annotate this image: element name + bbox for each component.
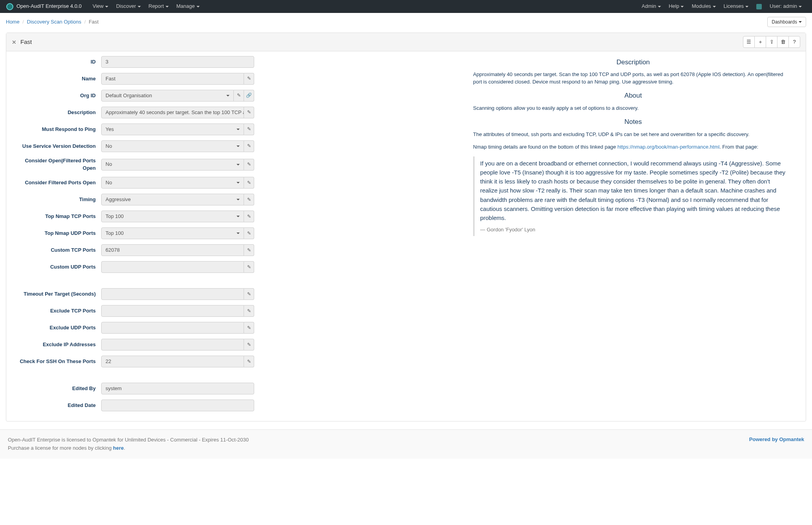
top-navbar: Open-AudIT Enterprise 4.0.0 View Discove… bbox=[0, 0, 812, 13]
nav-licenses[interactable]: Licenses bbox=[720, 0, 752, 13]
user-icon bbox=[756, 4, 762, 9]
main-panel: ⤬ Fast ☰ ＋ ⇪ 🗑 ? ID 3 Name Fast bbox=[6, 33, 806, 421]
description-heading: Description bbox=[473, 58, 793, 67]
field-extcp[interactable] bbox=[101, 305, 244, 317]
nmap-link[interactable]: https://nmap.org/book/man-performance.ht… bbox=[617, 144, 719, 150]
nav-modules[interactable]: Modules bbox=[688, 0, 719, 13]
edit-topudp-button[interactable]: ✎ bbox=[244, 227, 254, 239]
field-openfil[interactable]: No bbox=[101, 159, 244, 171]
edit-ctcp-button[interactable]: ✎ bbox=[244, 244, 254, 256]
edit-timeout-button[interactable]: ✎ bbox=[244, 288, 254, 300]
page-footer: Open-AudIT Enterprise is licensed to Opm… bbox=[0, 429, 812, 459]
label-filtered: Consider Filtered Ports Open bbox=[11, 179, 101, 187]
field-name[interactable]: Fast bbox=[101, 73, 244, 85]
dashboards-button[interactable]: Dashboards bbox=[767, 17, 806, 27]
label-edited-date: Edited Date bbox=[11, 402, 101, 409]
quote-block: If you are on a decent broadband or ethe… bbox=[473, 156, 793, 236]
nav-admin[interactable]: Admin bbox=[638, 0, 665, 13]
quote-text: If you are on a decent broadband or ethe… bbox=[480, 159, 788, 223]
add-button[interactable]: ＋ bbox=[754, 36, 766, 48]
link-org-button[interactable]: 🔗 bbox=[244, 90, 254, 102]
list-button[interactable]: ☰ bbox=[743, 36, 755, 48]
edit-description-button[interactable]: ✎ bbox=[244, 107, 254, 118]
label-timeout: Timeout Per Target (Seconds) bbox=[11, 291, 101, 298]
label-toptcp: Top Nmap TCP Ports bbox=[11, 213, 101, 220]
nav-user-icon[interactable] bbox=[752, 0, 766, 13]
field-exudp[interactable] bbox=[101, 322, 244, 334]
edit-toptcp-button[interactable]: ✎ bbox=[244, 211, 254, 222]
nav-help[interactable]: Help bbox=[665, 0, 688, 13]
label-edited-by: Edited By bbox=[11, 385, 101, 392]
export-button[interactable]: ⇪ bbox=[766, 36, 777, 48]
edit-openfil-button[interactable]: ✎ bbox=[244, 159, 254, 171]
edit-ssh-button[interactable]: ✎ bbox=[244, 356, 254, 367]
edit-name-button[interactable]: ✎ bbox=[244, 73, 254, 85]
nav-left: View Discover Report Manage bbox=[89, 0, 204, 13]
label-ping: Must Respond to Ping bbox=[11, 126, 101, 133]
brand-text: Open-AudIT Enterprise 4.0.0 bbox=[16, 3, 82, 10]
field-toptcp[interactable]: Top 100 bbox=[101, 211, 244, 222]
nav-report[interactable]: Report bbox=[145, 0, 173, 13]
notes-text-1: The attributes of timeout, ssh ports and… bbox=[473, 131, 793, 138]
label-svc: Use Service Version Detection bbox=[11, 143, 101, 150]
breadcrumb-section[interactable]: Discovery Scan Options bbox=[27, 19, 82, 25]
delete-button[interactable]: 🗑 bbox=[777, 36, 789, 48]
caret-icon bbox=[799, 21, 802, 23]
breadcrumb-home[interactable]: Home bbox=[6, 19, 20, 25]
label-exip: Exclude IP Addresses bbox=[11, 341, 101, 349]
edit-cudp-button[interactable]: ✎ bbox=[244, 261, 254, 273]
label-cudp: Custom UDP Ports bbox=[11, 263, 101, 271]
label-extcp: Exclude TCP Ports bbox=[11, 307, 101, 315]
field-ssh[interactable]: 22 bbox=[101, 356, 244, 367]
edit-exudp-button[interactable]: ✎ bbox=[244, 322, 254, 334]
logo-icon bbox=[6, 3, 13, 10]
nav-user[interactable]: User: admin bbox=[766, 0, 806, 13]
footer-purchase-link[interactable]: here bbox=[113, 445, 124, 451]
notes-text-2: Nmap timing details are found on the bot… bbox=[473, 144, 793, 151]
panel-actions: ☰ ＋ ⇪ 🗑 ? bbox=[743, 36, 800, 48]
field-timing[interactable]: Aggressive bbox=[101, 194, 244, 205]
edit-extcp-button[interactable]: ✎ bbox=[244, 305, 254, 317]
nav-right: Admin Help Modules Licenses User: admin bbox=[638, 0, 806, 13]
nav-view[interactable]: View bbox=[89, 0, 112, 13]
nav-manage[interactable]: Manage bbox=[173, 0, 204, 13]
edit-ping-button[interactable]: ✎ bbox=[244, 124, 254, 135]
field-ctcp[interactable]: 62078 bbox=[101, 244, 244, 256]
field-svc[interactable]: No bbox=[101, 140, 244, 152]
panel-header: ⤬ Fast ☰ ＋ ⇪ 🗑 ? bbox=[6, 33, 806, 51]
label-org: Org ID bbox=[11, 92, 101, 100]
edit-svc-button[interactable]: ✎ bbox=[244, 140, 254, 152]
field-exip[interactable] bbox=[101, 339, 244, 351]
label-topudp: Top Nmap UDP Ports bbox=[11, 230, 101, 237]
powered-by-link[interactable]: Powered by Opmantek bbox=[749, 436, 804, 442]
form-column: ID 3 Name Fast ✎ Org ID Default Organisa… bbox=[11, 56, 469, 416]
panel-title: Fast bbox=[20, 38, 32, 46]
quote-author: Gordon 'Fyodor' Lyon bbox=[480, 226, 788, 234]
edit-org-button[interactable]: ✎ bbox=[234, 90, 244, 102]
edit-timing-button[interactable]: ✎ bbox=[244, 194, 254, 205]
field-topudp[interactable]: Top 100 bbox=[101, 227, 244, 239]
field-org[interactable]: Default Organisation bbox=[101, 90, 234, 102]
info-column: Description Approximately 40 seconds per… bbox=[469, 56, 801, 416]
field-timeout[interactable] bbox=[101, 288, 244, 300]
label-timing: Timing bbox=[11, 196, 101, 203]
field-description[interactable]: Approximately 40 seconds per target. Sca… bbox=[101, 107, 244, 118]
nav-discover[interactable]: Discover bbox=[112, 0, 145, 13]
field-edited-by: system bbox=[101, 383, 254, 394]
field-filtered[interactable]: No bbox=[101, 177, 244, 189]
label-id: ID bbox=[11, 58, 101, 66]
help-button[interactable]: ? bbox=[788, 36, 800, 48]
caret-icon bbox=[197, 6, 200, 7]
field-ping[interactable]: Yes bbox=[101, 124, 244, 135]
label-openfil: Consider Open|Filtered Ports Open bbox=[11, 157, 101, 172]
caret-icon bbox=[105, 6, 108, 7]
breadcrumb-sep: / bbox=[22, 19, 24, 25]
label-ssh: Check For SSH On These Ports bbox=[11, 358, 101, 365]
edit-exip-button[interactable]: ✎ bbox=[244, 339, 254, 351]
field-cudp[interactable] bbox=[101, 261, 244, 273]
edit-filtered-button[interactable]: ✎ bbox=[244, 177, 254, 189]
caret-icon bbox=[681, 6, 684, 7]
label-ctcp: Custom TCP Ports bbox=[11, 247, 101, 254]
caret-icon bbox=[138, 6, 141, 7]
about-text: Scanning options allow you to easily app… bbox=[473, 105, 793, 112]
